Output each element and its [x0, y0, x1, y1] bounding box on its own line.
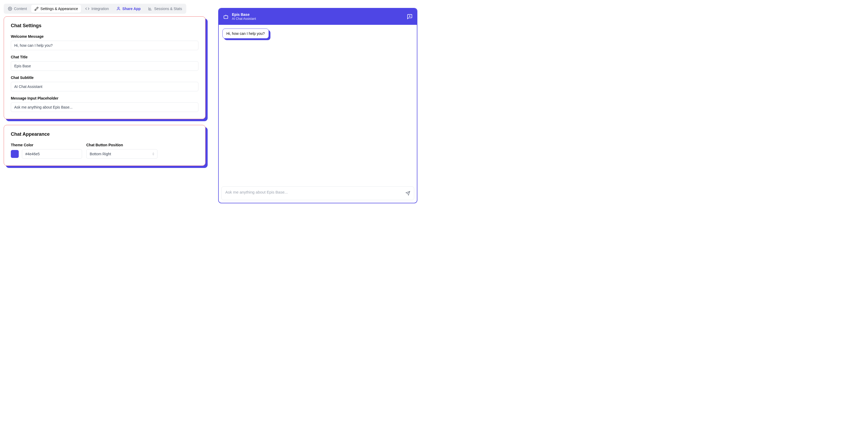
- welcome-message-input[interactable]: [11, 41, 198, 50]
- chat-title-label: Chat Title: [11, 55, 198, 59]
- chat-title-input[interactable]: [11, 61, 198, 71]
- chat-preview: Epis Base AI Chat Assistant Hi, how can …: [218, 8, 417, 203]
- tab-label: Content: [14, 7, 27, 11]
- chat-input-placeholder: Ask me anything about Epis Base...: [225, 190, 403, 194]
- chat-subtitle-input[interactable]: [11, 82, 198, 91]
- button-position-label: Chat Button Position: [86, 143, 157, 147]
- tab-label: Share App: [122, 7, 141, 11]
- placeholder-label: Message Input Placeholder: [11, 96, 198, 100]
- gear-icon: [8, 7, 12, 11]
- brush-icon: [34, 7, 38, 11]
- svg-point-0: [9, 8, 10, 9]
- svg-rect-7: [224, 16, 228, 19]
- tab-integration[interactable]: Integration: [82, 5, 112, 13]
- svg-point-1: [118, 7, 119, 8]
- card-title: Chat Appearance: [11, 132, 198, 137]
- tab-label: Integration: [91, 7, 109, 11]
- tab-sessions-stats[interactable]: Sessions & Stats: [145, 5, 185, 13]
- card-title: Chat Settings: [11, 23, 198, 29]
- chat-settings-card: Chat Settings Welcome Message Chat Title…: [4, 17, 206, 119]
- chat-preview-title: Epis Base: [232, 12, 404, 17]
- bar-chart-icon: [148, 7, 152, 11]
- new-chat-icon[interactable]: [407, 14, 413, 20]
- tab-share-app[interactable]: Share App: [113, 5, 144, 13]
- chat-preview-input[interactable]: Ask me anything about Epis Base...: [221, 186, 414, 200]
- chat-bot-icon: [223, 14, 229, 20]
- tab-settings-appearance[interactable]: Settings & Appearance: [31, 5, 81, 13]
- chat-appearance-card: Chat Appearance Theme Color Chat Button …: [4, 125, 206, 166]
- tab-content[interactable]: Content: [5, 5, 30, 13]
- welcome-message-label: Welcome Message: [11, 34, 198, 38]
- tab-bar: Content Settings & Appearance Integratio…: [4, 4, 186, 14]
- chat-preview-body: Hi, how can I help you?: [219, 25, 417, 184]
- theme-color-input[interactable]: [22, 149, 82, 159]
- chat-preview-subtitle: AI Chat Assistant: [232, 17, 404, 21]
- chat-subtitle-label: Chat Subtitle: [11, 76, 198, 80]
- code-icon: [85, 7, 89, 11]
- welcome-bubble: Hi, how can I help you?: [222, 29, 269, 38]
- tab-label: Settings & Appearance: [40, 7, 78, 11]
- send-icon[interactable]: [405, 191, 410, 196]
- theme-color-label: Theme Color: [11, 143, 82, 147]
- tab-label: Sessions & Stats: [154, 7, 182, 11]
- theme-color-swatch[interactable]: [11, 150, 19, 158]
- user-icon: [116, 7, 121, 11]
- button-position-select[interactable]: Bottom Right: [86, 149, 157, 159]
- chat-preview-header: Epis Base AI Chat Assistant: [219, 8, 417, 25]
- placeholder-input[interactable]: [11, 103, 198, 112]
